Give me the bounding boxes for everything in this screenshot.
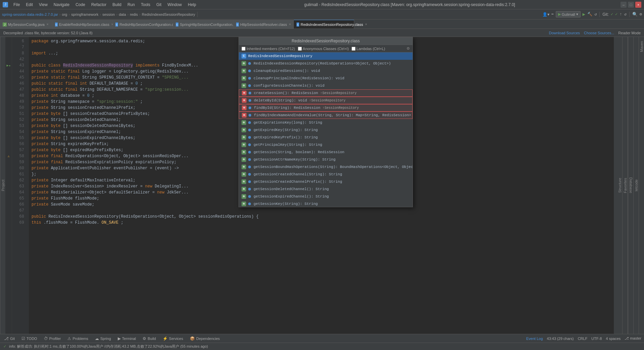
- popup-item-get-expirations-key[interactable]: m getExpirationsKey(long): String: [239, 119, 413, 126]
- breadcrumb-org[interactable]: org: [62, 12, 67, 16]
- tab-redishttp[interactable]: c RedisHttpSessionConfiguration.class ×: [113, 20, 173, 29]
- line-48: 48: [12, 93, 26, 99]
- popup-item-get-expired-key[interactable]: m getExpiredKey(String): String: [239, 126, 413, 134]
- tab-close-5[interactable]: ×: [288, 23, 292, 26]
- breadcrumb-redis[interactable]: redis: [130, 12, 138, 16]
- back-icon[interactable]: ⬅: [551, 12, 554, 17]
- minimize-button[interactable]: –: [621, 2, 627, 8]
- choose-sources-link[interactable]: Choose Sources...: [584, 31, 614, 35]
- git-check-icon[interactable]: ✓: [611, 12, 613, 17]
- lambdas-checkbox[interactable]: [352, 47, 356, 51]
- code-editor[interactable]: package org.springframework.session.data…: [29, 37, 614, 334]
- popup-item-get-created-channel[interactable]: m getSessionCreatedChannel(String): Stri…: [239, 171, 413, 178]
- menu-help[interactable]: Help: [185, 2, 199, 8]
- breadcrumb-springframework[interactable]: springframework: [71, 12, 98, 16]
- popup-item-configure-channels[interactable]: m configureSessionChannels(): void: [239, 82, 413, 89]
- git-branch[interactable]: ⎇ master: [625, 336, 641, 341]
- popup-item-get-session[interactable]: m getSession(String, boolean): RedisSess…: [239, 148, 413, 156]
- favorites-panel[interactable]: Favorites: [623, 37, 628, 334]
- tab-springhttp[interactable]: c SpringHttpSessionConfiguration.class ×: [173, 20, 233, 29]
- popup-item-constructor[interactable]: m RedisIndexedSessionRepository(RedisOpe…: [239, 60, 413, 67]
- problems-status-item[interactable]: ⚠ Problems: [66, 336, 89, 342]
- popup-item-cleanup-principal[interactable]: m cleanupPrincipalIndex(RedisSession): v…: [239, 75, 413, 82]
- menu-run[interactable]: Run: [125, 2, 138, 8]
- profile-icon[interactable]: 👤▾: [542, 12, 549, 17]
- reader-mode-link[interactable]: Reader Mode: [618, 31, 641, 35]
- popup-item-delete-byid[interactable]: m deleteById(String): void ↑SessionRepos…: [239, 97, 413, 104]
- inherited-members-checkbox[interactable]: [241, 47, 246, 51]
- popup-item-get-deleted-channel[interactable]: m getSessionDeletedChannel(): String: [239, 185, 413, 193]
- menu-window[interactable]: Window: [165, 2, 184, 8]
- spring-status-item[interactable]: ☁ Spring: [94, 336, 112, 342]
- popup-item-get-created-prefix[interactable]: m getSessionCreatedChannelPrefix(): Stri…: [239, 178, 413, 185]
- build-icon[interactable]: 🔨: [587, 12, 592, 17]
- run-button[interactable]: ▶: [583, 11, 585, 17]
- tab-enableredis[interactable]: c EnableRedisHttpSession.class ×: [52, 20, 113, 29]
- tab-mysessionconfig[interactable]: J MySessionConfig.java ×: [0, 20, 52, 29]
- gulimall-button[interactable]: ▶ Gulimall ▾: [556, 11, 581, 17]
- reload-icon[interactable]: ↺: [594, 12, 597, 17]
- tab-close-1[interactable]: ×: [46, 23, 49, 26]
- popup-item-get-expired-prefix[interactable]: m getExpiredKeyPrefix(): String: [239, 134, 413, 141]
- breadcrumb-class[interactable]: RedisIndexedSessionRepository: [142, 12, 195, 16]
- dependencies-status-item[interactable]: 📦 Dependencies: [189, 336, 221, 342]
- menu-build[interactable]: Build: [110, 2, 124, 8]
- breadcrumb-jar[interactable]: spring-session-data-redis-2.7.0.jar: [2, 12, 58, 16]
- git-check-icon-2[interactable]: ✓: [615, 12, 618, 17]
- search-icon[interactable]: 🔍: [632, 12, 638, 17]
- popup-list[interactable]: C RedisIndexedSessionRepository m RedisI…: [239, 52, 413, 207]
- maven-panel[interactable]: Maven: [639, 37, 644, 334]
- lambdas-check[interactable]: Lambdas (Ctrl+L): [352, 47, 385, 51]
- settings-icon[interactable]: ⚙: [640, 12, 642, 17]
- structure-panel[interactable]: Structure: [617, 37, 623, 334]
- popup-item-find-byindex[interactable]: m findByIndexNameAndIndexValue(String, S…: [239, 112, 413, 119]
- popup-item-get-principal-key[interactable]: m getPrincipalKey(String): String: [239, 141, 413, 148]
- git-push-icon[interactable]: ↑: [620, 12, 622, 17]
- close-button[interactable]: ×: [635, 2, 641, 8]
- build-status-item[interactable]: ⚙ Build: [141, 336, 157, 342]
- menu-file[interactable]: File: [11, 2, 22, 8]
- gutter-run-43[interactable]: ▶ ●: [5, 62, 12, 69]
- menu-refactor[interactable]: Refactor: [89, 2, 109, 8]
- services-status-item[interactable]: ⚡ Services: [161, 336, 184, 342]
- menu-view[interactable]: View: [36, 2, 50, 8]
- todo-status-item[interactable]: ☑ TODO: [20, 336, 39, 342]
- menu-tools[interactable]: Tools: [138, 2, 153, 8]
- popup-item-get-session-key[interactable]: m getSessionKey(String): String: [239, 200, 413, 207]
- terminal-status-item[interactable]: ▶ Terminal: [116, 336, 138, 342]
- popup-item-class[interactable]: C RedisIndexedSessionRepository: [239, 52, 413, 60]
- maximize-button[interactable]: □: [628, 2, 634, 8]
- download-sources-link[interactable]: Download Sources: [549, 31, 580, 35]
- git-status-item[interactable]: ⎇ Git: [3, 336, 16, 342]
- tab-close-6[interactable]: ×: [364, 23, 368, 26]
- tab-httpsessionid[interactable]: c HttpSessionIdResolver.class ×: [233, 20, 294, 29]
- popup-class-text: RedisIndexedSessionRepository: [248, 52, 312, 60]
- breadcrumb-session[interactable]: session: [102, 12, 115, 16]
- profiler-status-item[interactable]: ⏱ Profiler: [43, 336, 62, 342]
- anonymous-classes-checkbox[interactable]: [298, 47, 302, 51]
- run-gutter-icon: ▶: [7, 63, 9, 68]
- menu-navigate[interactable]: Navigate: [51, 2, 72, 8]
- event-log-link[interactable]: Event Log: [526, 337, 543, 341]
- database-panel[interactable]: Database: [628, 37, 633, 334]
- popup-item-text-7: findById(String): RedisSession ↑SessionR…: [254, 104, 410, 112]
- gutter-warning-60[interactable]: ⚠: [5, 153, 12, 159]
- tab-redisindexed[interactable]: c RedisIndexedSessionRepository.class ×: [294, 20, 354, 29]
- inherited-members-check[interactable]: Inherited members (Ctrl+F12): [241, 47, 295, 51]
- popup-item-get-session-attr[interactable]: m getSessionAttrNameKey(String): String: [239, 156, 413, 163]
- menu-edit[interactable]: Edit: [23, 2, 36, 8]
- anonymous-classes-check[interactable]: Anonymous Classes (Ctrl+I): [298, 47, 349, 51]
- menu-code[interactable]: Code: [73, 2, 88, 8]
- git-undo-icon[interactable]: ↺: [624, 12, 627, 17]
- vertical-scrollbar[interactable]: [614, 37, 617, 334]
- project-sidebar[interactable]: Project: [0, 37, 5, 334]
- popup-item-find-byid[interactable]: m findById(String): RedisSession ↑Sessio…: [239, 104, 413, 112]
- menu-git[interactable]: Git: [154, 2, 164, 8]
- popup-item-get-expired-channel[interactable]: m getSessionExpiredChannel(): String: [239, 193, 413, 200]
- popup-settings-icon[interactable]: ⚙: [407, 46, 410, 51]
- popup-item-create-session[interactable]: m createSession(): RedisSession ↑Session…: [239, 89, 413, 97]
- letcode-panel[interactable]: letcode: [633, 37, 639, 334]
- breadcrumb-data[interactable]: data: [119, 12, 126, 16]
- popup-item-cleanup-expired[interactable]: m cleanupExpiredSessions(): void: [239, 67, 413, 75]
- popup-item-get-session-hash[interactable]: m getSessionBoundHashOperations(String):…: [239, 163, 413, 171]
